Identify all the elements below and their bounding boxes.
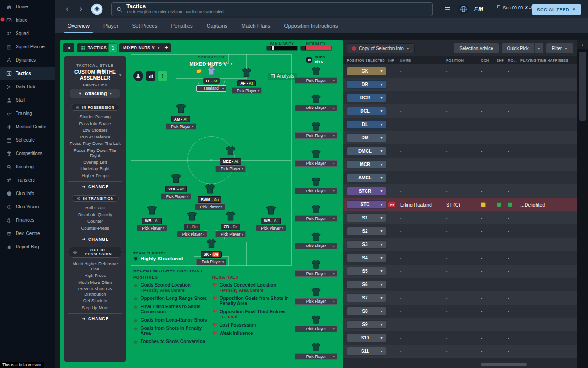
player-picker[interactable]: Pick Player▼ xyxy=(295,132,337,139)
player-portrait[interactable] xyxy=(205,65,217,76)
tab-opposition-instructions[interactable]: Opposition Instructions xyxy=(277,18,345,33)
player-picker[interactable]: Pick Player▼ xyxy=(177,231,207,237)
quick-pick-chevron[interactable]: ▼ xyxy=(534,43,543,53)
role-duty-label[interactable]: SK - De xyxy=(201,251,222,258)
player-picker[interactable]: Pick Player▼ xyxy=(256,225,286,231)
player-picker[interactable]: Pick Player▼ xyxy=(295,243,337,249)
position-badge-dropdown[interactable]: S8▼ xyxy=(347,307,386,316)
table-row-s4[interactable]: S4▼---- xyxy=(343,251,577,264)
scrollbar-thumb[interactable] xyxy=(579,52,586,121)
sidebar-item-club-vision[interactable]: Club Vision xyxy=(0,200,55,213)
sidebar-item-squad-planner[interactable]: Squad Planner xyxy=(0,40,55,53)
position-badge-dropdown[interactable]: DCR▼ xyxy=(347,93,386,102)
sidebar-item-transfers[interactable]: Transfers xyxy=(0,173,55,187)
player-picker[interactable]: Pick Player▼ xyxy=(295,298,337,305)
table-row-s7[interactable]: S7▼---- xyxy=(343,291,577,305)
position-badge-dropdown[interactable]: DL▼ xyxy=(347,120,386,129)
player-picker[interactable]: Pick Player▼ xyxy=(295,326,337,332)
role-duty-label[interactable]: BWM - Su xyxy=(198,196,222,203)
position-badge-dropdown[interactable]: S7▼ xyxy=(347,293,386,302)
menu-icon[interactable] xyxy=(444,6,451,13)
position-badge-dropdown[interactable]: S5▼ xyxy=(347,267,386,276)
table-row-s1[interactable]: S1▼---- xyxy=(343,211,577,224)
sidebar-item-training[interactable]: Training xyxy=(0,107,55,120)
jersey-icon[interactable] xyxy=(170,173,182,184)
scroll-up-button[interactable]: ▲ xyxy=(577,40,588,49)
position-badge-dropdown[interactable]: S2▼ xyxy=(347,227,386,236)
quick-pick-button[interactable]: Quick Pick xyxy=(502,43,534,53)
player-picker[interactable]: Pick Player▼ xyxy=(195,204,225,210)
player-picker[interactable]: Pick Player▼ xyxy=(137,225,167,231)
back-button[interactable]: ‹ xyxy=(62,4,73,15)
position-badge-dropdown[interactable]: DMCL▼ xyxy=(347,147,386,155)
tab-set-pieces[interactable]: Set Pieces xyxy=(125,18,164,33)
player-picker[interactable]: Haaland▼ xyxy=(196,85,226,92)
position-badge-dropdown[interactable]: DCL▼ xyxy=(347,107,386,115)
position-badge-dropdown[interactable]: S10▼ xyxy=(347,334,386,342)
table-row-dr[interactable]: DR▼---- xyxy=(343,78,577,91)
table-row-s9[interactable]: S9▼---- xyxy=(343,318,577,331)
filter-button[interactable]: Filter ▼ xyxy=(546,43,573,53)
role-duty-label[interactable]: TF - At xyxy=(203,78,220,84)
position-badge-dropdown[interactable]: S4▼ xyxy=(347,253,386,262)
table-row-dm[interactable]: DM▼---- xyxy=(343,131,577,144)
coll apse-panel-button[interactable]: « xyxy=(63,43,74,52)
player-picker[interactable]: Pick Player▼ xyxy=(295,77,337,84)
table-row-dcl[interactable]: DCL▼---- xyxy=(343,104,577,118)
sidebar-item-competitions[interactable]: Competitions xyxy=(0,147,55,160)
player-picker[interactable]: Pick Player▼ xyxy=(295,215,337,222)
forward-button[interactable]: › xyxy=(75,4,86,15)
player-picker[interactable]: Pick Player▼ xyxy=(295,105,337,111)
jersey-icon[interactable] xyxy=(292,342,340,352)
title-search-box[interactable]: Tactics 1st in English Premier Division … xyxy=(111,2,433,16)
jersey-icon[interactable] xyxy=(225,145,237,156)
position-badge-dropdown[interactable]: S6▼ xyxy=(347,280,386,289)
tactics-menu-button[interactable]: TACTICS xyxy=(77,43,110,52)
role-duty-label[interactable]: AF - At xyxy=(237,80,256,86)
player-picker[interactable]: Pick Player▼ xyxy=(295,160,337,167)
table-row-s2[interactable]: S2▼---- xyxy=(343,224,577,238)
jersey-icon[interactable] xyxy=(204,184,216,195)
column-header-playing-time-happiness[interactable]: PLAYING TIME HAPPINESS xyxy=(520,58,577,63)
position-badge-dropdown[interactable]: STC▼ xyxy=(347,200,386,209)
table-row-stcr[interactable]: STCR▼---- xyxy=(343,184,577,198)
table-row-s3[interactable]: S3▼---- xyxy=(343,238,577,251)
player-picker[interactable]: Pick Player▼ xyxy=(295,270,337,277)
role-duty-label[interactable]: AM - At xyxy=(171,116,190,122)
column-header-shp[interactable]: SHP xyxy=(497,58,508,63)
table-row-s8[interactable]: S8▼---- xyxy=(343,305,577,318)
sidebar-item-medical-centre[interactable]: Medical Centre xyxy=(0,120,55,133)
alerts-button[interactable]: ! xyxy=(158,71,167,80)
table-row-dmcl[interactable]: DMCL▼---- xyxy=(343,144,577,158)
jersey-icon[interactable] xyxy=(241,67,253,78)
change-button[interactable]: CHANGE xyxy=(68,234,122,242)
table-row-s11[interactable]: S11▼---- xyxy=(343,345,577,358)
table-row-stc[interactable]: STC▼IntErling HaalandST (C)...Delighted xyxy=(343,198,577,211)
position-badge-dropdown[interactable]: AMCL▼ xyxy=(347,173,386,182)
world-icon[interactable] xyxy=(458,4,469,14)
sidebar-item-scouting[interactable]: Scouting xyxy=(0,160,55,173)
jersey-icon[interactable] xyxy=(292,94,340,104)
jersey-icon[interactable] xyxy=(146,205,158,216)
sidebar-item-schedule[interactable]: Schedule xyxy=(0,133,55,147)
tab-match-plans[interactable]: Match Plans xyxy=(234,18,277,33)
tab-player[interactable]: Player xyxy=(96,18,125,33)
player-picker[interactable]: Pick Player▼ xyxy=(196,259,226,265)
change-button[interactable]: CHANGE xyxy=(68,313,122,321)
role-duty-label[interactable]: CD - De xyxy=(221,224,241,230)
tab-captains[interactable]: Captains xyxy=(200,18,234,33)
jersey-icon[interactable] xyxy=(292,66,340,76)
vertical-scrollbar[interactable]: ▲ xyxy=(577,40,588,368)
sidebar-item-tactics[interactable]: Tactics xyxy=(0,67,55,80)
position-badge-dropdown[interactable]: S3▼ xyxy=(347,240,386,249)
club-badge[interactable] xyxy=(91,3,103,15)
tactical-style-dropdown[interactable]: CUSTOM 自制THE ASSEMBLER ▼ xyxy=(68,69,122,80)
sidebar-item-squad[interactable]: Squad xyxy=(0,27,55,40)
role-duty-label[interactable]: WB - At xyxy=(261,218,280,224)
sidebar-item-club-info[interactable]: Club Info xyxy=(0,187,55,200)
column-header-con[interactable]: CON xyxy=(481,58,497,63)
player-picker[interactable]: Pick Player▼ xyxy=(295,353,337,360)
recent-matches-analysis-link[interactable]: RECENT MATCHES ANALYSIS › xyxy=(133,268,203,273)
jersey-icon[interactable] xyxy=(265,205,277,216)
role-duty-label[interactable]: MEZ - At xyxy=(220,158,241,165)
